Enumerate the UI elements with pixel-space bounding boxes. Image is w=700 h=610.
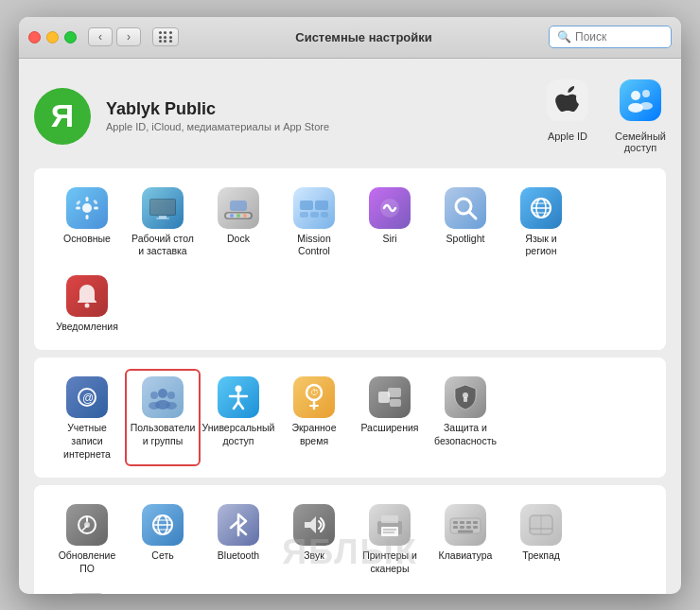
sections-container: Основные Рабочий столи заставка (34, 168, 666, 594)
svg-rect-14 (156, 218, 169, 219)
nav-buttons: ‹ › (88, 27, 141, 46)
profile-row: Я Yablyk Public Apple ID, iCloud, медиам… (34, 70, 666, 168)
bluetooth-icon (218, 504, 259, 546)
security-icon (445, 376, 486, 418)
titlebar: ‹ › Системные настройки 🔍 (19, 17, 681, 59)
screen-label: Экранноевремя (291, 422, 336, 447)
svg-point-17 (230, 214, 234, 218)
profile-subtitle: Apple ID, iCloud, медиаматериалы и App S… (106, 121, 532, 132)
pref-security[interactable]: Защита ибезопасность (428, 369, 503, 466)
mission-icon (293, 187, 335, 229)
svg-rect-79 (473, 526, 478, 529)
svg-rect-22 (315, 200, 328, 210)
section-2: @ Учетные записиинтернета (34, 357, 666, 478)
universal-label: Универсальныйдоступ (202, 422, 275, 447)
close-button[interactable] (28, 31, 41, 44)
pref-software[interactable]: ОбновлениеПО (49, 497, 125, 581)
svg-rect-78 (466, 526, 471, 529)
sound-label: Звук (304, 549, 324, 563)
bluetooth-label: Bluetooth (218, 549, 259, 563)
desktop-label: Рабочий столи заставка (131, 233, 194, 258)
pref-bluetooth[interactable]: Bluetooth (201, 497, 276, 581)
pref-printers[interactable]: Принтеры исканеры (352, 497, 428, 581)
svg-point-34 (85, 303, 90, 307)
users-label: Пользователии группы (131, 422, 196, 447)
language-icon (520, 187, 562, 229)
pref-extensions[interactable]: Расширения (352, 369, 428, 466)
minimize-button[interactable] (46, 31, 59, 44)
svg-point-1 (642, 90, 650, 97)
pref-universal[interactable]: Универсальныйдоступ (201, 369, 276, 466)
apple-id-icon (547, 79, 588, 121)
search-icon: 🔍 (557, 30, 571, 44)
apple-id-button[interactable]: Apple ID (547, 79, 588, 153)
search-box[interactable]: 🔍 (549, 26, 672, 48)
grid-view-button[interactable] (152, 27, 179, 46)
svg-point-42 (166, 402, 177, 410)
traffic-lights (28, 31, 77, 44)
pref-users[interactable]: Пользователии группы (125, 369, 201, 466)
svg-rect-73 (460, 521, 464, 524)
svg-rect-75 (473, 521, 478, 524)
mission-label: MissionControl (297, 233, 331, 258)
siri-icon (369, 187, 411, 229)
dock-label: Dock (227, 233, 250, 246)
svg-rect-25 (321, 212, 328, 218)
pref-dock[interactable]: Dock (201, 180, 276, 264)
svg-text:@: @ (82, 392, 94, 405)
svg-rect-72 (453, 521, 458, 524)
pref-spotlight[interactable]: Spotlight (428, 180, 503, 264)
general-label: Основные (63, 233, 111, 246)
svg-point-37 (158, 389, 167, 398)
pref-network[interactable]: Сеть (125, 497, 201, 581)
maximize-button[interactable] (64, 31, 77, 44)
family-button[interactable]: Семейныйдоступ (615, 79, 666, 153)
svg-text:⏱: ⏱ (310, 388, 319, 397)
family-icon (620, 79, 661, 121)
spotlight-label: Spotlight (446, 233, 485, 246)
pref-mouse[interactable]: Мышь (49, 585, 125, 594)
pref-desktop[interactable]: Рабочий столи заставка (125, 180, 201, 264)
search-input[interactable] (575, 30, 663, 44)
svg-point-4 (82, 203, 92, 213)
pref-notifications[interactable]: Уведомления (49, 268, 125, 340)
keyboard-icon (445, 504, 486, 546)
svg-rect-76 (453, 526, 458, 529)
forward-button[interactable]: › (116, 27, 141, 46)
profile-avatar[interactable]: Я (34, 88, 91, 145)
svg-rect-6 (86, 215, 89, 219)
back-button[interactable]: ‹ (88, 27, 113, 46)
pref-trackpad[interactable]: Трекпад (503, 497, 579, 581)
screen-icon: ⏱ (293, 376, 335, 418)
svg-rect-77 (460, 526, 464, 529)
sound-icon (293, 504, 335, 546)
svg-rect-23 (300, 212, 308, 218)
svg-rect-54 (390, 399, 401, 407)
extensions-icon (369, 376, 411, 418)
profile-name: Yablyk Public (106, 99, 532, 119)
software-icon (66, 504, 108, 546)
siri-label: Siri (382, 233, 396, 246)
family-label: Семейныйдоступ (615, 131, 666, 153)
notifications-icon (66, 275, 108, 317)
apple-id-label: Apple ID (548, 131, 587, 142)
pref-accounts[interactable]: @ Учетные записиинтернета (49, 369, 125, 466)
svg-point-19 (243, 214, 247, 218)
pref-sound[interactable]: Звук (276, 497, 352, 581)
network-icon (142, 504, 184, 546)
svg-line-47 (238, 402, 243, 409)
pref-siri[interactable]: Siri (352, 180, 428, 264)
software-label: ОбновлениеПО (59, 549, 116, 575)
section-3: ОбновлениеПО Сеть (34, 485, 666, 593)
svg-point-0 (631, 91, 640, 100)
pref-keyboard[interactable]: Клавиатура (428, 497, 503, 581)
pref-general[interactable]: Основные (49, 180, 125, 264)
svg-rect-68 (381, 527, 398, 536)
svg-rect-67 (381, 515, 398, 523)
desktop-icon (142, 187, 184, 229)
users-icon (142, 376, 184, 418)
pref-mission[interactable]: MissionControl (276, 180, 352, 264)
pref-language[interactable]: Язык ирегион (503, 180, 579, 264)
pref-screen[interactable]: ⏱ Экранноевремя (276, 369, 352, 466)
system-preferences-window: ‹ › Системные настройки 🔍 Я Yablyk Publi… (19, 17, 681, 594)
